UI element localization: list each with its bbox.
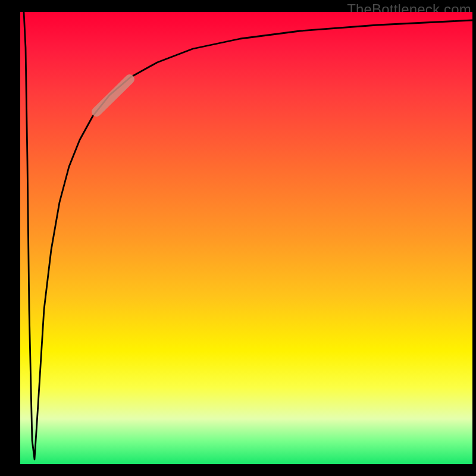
- chart-frame: TheBottleneck.com: [0, 0, 476, 476]
- bottleneck-curve: [24, 12, 472, 459]
- highlight-marker: [96, 79, 130, 112]
- curve-svg: [20, 12, 472, 464]
- plot-area: [20, 12, 472, 464]
